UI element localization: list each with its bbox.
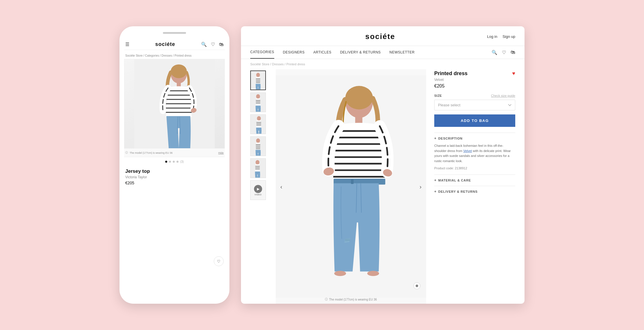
description-body: Channel a laid-back bohemian feel in thi…	[434, 140, 515, 171]
svg-point-30	[256, 138, 260, 143]
nav-item-delivery-returns[interactable]: DELIVERY & RETURNS	[340, 46, 381, 58]
delivery-label: DELIVERY & RETURNS	[438, 190, 478, 193]
mobile-logo: sociéte	[155, 41, 175, 47]
product-details-panel: Printed dress ♥ Velvet €205 SIZE Check s…	[434, 69, 515, 304]
mobile-bag-icon[interactable]: 🛍	[219, 42, 224, 47]
thumbnail-2[interactable]	[250, 92, 266, 112]
phone-notch	[163, 32, 186, 34]
svg-point-57	[334, 271, 346, 276]
login-link[interactable]: Log in	[487, 34, 497, 39]
desktop-bag-icon[interactable]: 🛍	[511, 50, 515, 55]
signup-link[interactable]: Sign up	[503, 34, 515, 39]
thumbnail-3[interactable]	[250, 114, 266, 134]
size-guide-link[interactable]: Check size guide	[491, 94, 515, 97]
mobile-breadcrumb: Sociéte Store / Categories / Dresses / P…	[124, 52, 225, 59]
thumbnail-column: ▶ VIDEO	[250, 69, 268, 304]
mobile-phone-frame: ☰ sociéte 🔍 ♡ 🛍 Sociéte Store / Categori…	[119, 26, 229, 304]
delivery-accordion: + DELIVERY & RETURNS	[434, 186, 515, 197]
svg-rect-59	[351, 179, 354, 184]
product-name: Printed dress	[434, 71, 468, 77]
svg-point-25	[257, 116, 261, 120]
mobile-product-price: €205	[125, 181, 224, 185]
material-accordion-header[interactable]: + MATERIAL & CARE	[434, 178, 515, 182]
delivery-accordion-header[interactable]: + DELIVERY & RETURNS	[434, 190, 515, 194]
thumbnail-video[interactable]: ▶ VIDEO	[250, 180, 266, 200]
desktop-search-icon[interactable]: 🔍	[492, 50, 497, 55]
next-image-arrow[interactable]: ›	[417, 181, 424, 192]
heart-icon: ♡	[217, 259, 220, 264]
svg-point-58	[367, 271, 379, 276]
desktop-auth-links: Log in Sign up	[487, 34, 515, 39]
material-accordion: + MATERIAL & CARE	[434, 175, 515, 186]
hamburger-icon[interactable]: ☰	[125, 42, 129, 47]
thumbnail-5[interactable]	[250, 158, 266, 178]
material-plus-icon: +	[434, 178, 437, 182]
thumbnail-4[interactable]	[250, 136, 266, 156]
desktop-nav-icons: 🔍 ♡ 🛍	[492, 50, 515, 55]
velvet-link[interactable]: Velvet	[463, 149, 472, 153]
desktop-nav: CATEGORIES DESIGNERS ARTICLES DELIVERY &…	[241, 46, 525, 59]
video-label: VIDEO	[255, 194, 262, 196]
mobile-search-icon[interactable]: 🔍	[201, 42, 207, 47]
delivery-plus-icon: +	[434, 190, 437, 194]
description-accordion: + DESCRIPTION Channel a laid-back bohemi…	[434, 133, 515, 175]
main-model-note: ⓘ The model (177cm) is wearing EU 36	[325, 297, 377, 301]
nav-item-articles[interactable]: ARTICLES	[313, 46, 331, 58]
pagination-dot-1[interactable]	[165, 161, 167, 163]
svg-point-42	[345, 86, 373, 109]
main-product-image-area: ‹	[276, 69, 426, 304]
svg-point-20	[256, 94, 260, 99]
desktop-breadcrumb: Société Store / Dresses / Printed dress	[241, 59, 525, 69]
mobile-product-image	[124, 59, 225, 149]
model-note-info-icon: ⓘ	[325, 297, 328, 301]
product-price: €205	[434, 84, 515, 89]
size-label: SIZE	[434, 94, 442, 97]
desktop-logo: sociéte	[365, 32, 395, 41]
size-row: SIZE Check size guide	[434, 94, 515, 97]
material-label: MATERIAL & CARE	[438, 179, 471, 182]
thumbnail-1[interactable]	[250, 71, 266, 90]
mobile-header: ☰ sociéte 🔍 ♡ 🛍	[124, 39, 225, 50]
svg-point-2	[171, 64, 187, 78]
video-thumb-content: ▶ VIDEO	[254, 185, 262, 196]
info-icon: ⓘ	[125, 151, 128, 155]
desktop-wishlist-icon[interactable]: ♡	[502, 50, 506, 55]
desktop-browser-frame: sociéte Log in Sign up CATEGORIES DESIGN…	[241, 26, 525, 304]
mobile-product-brand: Victoria Taylor	[125, 175, 224, 179]
pagination-dot-3[interactable]	[173, 161, 175, 163]
wishlist-heart-icon[interactable]: ♥	[512, 71, 515, 77]
desktop-nav-items: CATEGORIES DESIGNERS ARTICLES DELIVERY &…	[250, 46, 415, 59]
nav-item-newsletter[interactable]: NEWSLETTER	[389, 46, 415, 58]
product-title-row: Printed dress ♥	[434, 71, 515, 77]
mobile-nav-icons: 🔍 ♡ 🛍	[201, 42, 224, 47]
prev-image-arrow[interactable]: ‹	[278, 181, 285, 192]
mobile-product-wishlist-button[interactable]: ♡	[214, 256, 224, 266]
pagination-dot-4[interactable]	[176, 161, 179, 163]
hide-link[interactable]: Hide	[218, 151, 224, 154]
product-code: Product code: 2138912	[434, 166, 515, 171]
mobile-product-name: Jersey top	[125, 168, 224, 174]
mobile-wishlist-icon[interactable]: ♡	[211, 42, 215, 47]
desktop-top-bar: sociéte Log in Sign up	[241, 26, 525, 46]
nav-item-categories[interactable]: CATEGORIES	[250, 46, 274, 59]
svg-point-36	[255, 160, 259, 164]
mobile-pagination: (3)	[124, 157, 225, 166]
description-plus-icon: +	[434, 136, 437, 140]
pagination-dot-2[interactable]	[169, 161, 171, 163]
nav-item-designers[interactable]: DESIGNERS	[283, 46, 305, 58]
mobile-model-note: ⓘ The model (177cm) is wearing EU 36 Hid…	[124, 149, 225, 157]
description-label: DESCRIPTION	[438, 137, 463, 140]
svg-point-14	[256, 73, 260, 77]
mobile-product-info: Jersey top Victoria Taylor €205	[124, 166, 225, 185]
zoom-icon[interactable]: ⊕	[413, 282, 420, 289]
product-brand: Velvet	[434, 78, 515, 82]
pagination-count: (3)	[180, 160, 184, 163]
description-accordion-header[interactable]: + DESCRIPTION	[434, 136, 515, 140]
size-select[interactable]: Please select EU 34 EU 36 EU 38 EU 40 EU…	[434, 100, 515, 110]
add-to-bag-button[interactable]: ADD TO BAG	[434, 114, 515, 127]
play-icon: ▶	[254, 185, 262, 193]
desktop-main-content: ▶ VIDEO ‹	[241, 69, 525, 304]
